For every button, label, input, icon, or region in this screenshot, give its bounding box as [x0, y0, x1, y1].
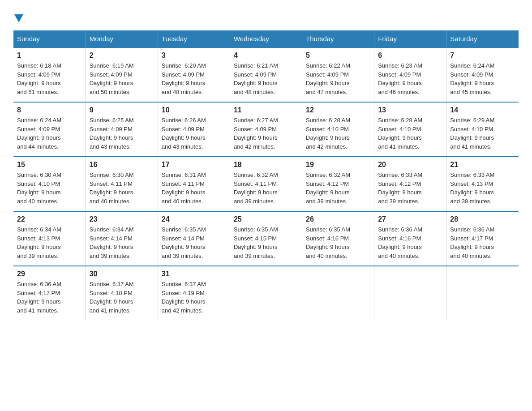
calendar-cell: [374, 266, 446, 320]
calendar-cell: 9 Sunrise: 6:25 AM Sunset: 4:09 PM Dayli…: [86, 102, 158, 157]
day-info: Sunrise: 6:36 AM Sunset: 4:16 PM Dayligh…: [378, 225, 442, 260]
calendar-table: SundayMondayTuesdayWednesdayThursdayFrid…: [13, 30, 519, 320]
calendar-cell: 23 Sunrise: 6:34 AM Sunset: 4:14 PM Dayl…: [86, 211, 158, 266]
day-number: 17: [162, 161, 226, 169]
calendar-cell: 2 Sunrise: 6:19 AM Sunset: 4:09 PM Dayli…: [86, 47, 158, 102]
day-number: 4: [234, 51, 298, 60]
day-number: 13: [378, 106, 442, 114]
day-info: Sunrise: 6:37 AM Sunset: 4:19 PM Dayligh…: [162, 280, 226, 315]
weekday-header-sunday: Sunday: [13, 30, 86, 47]
calendar-cell: [446, 266, 519, 320]
calendar-week-row: 1 Sunrise: 6:18 AM Sunset: 4:09 PM Dayli…: [13, 47, 519, 102]
weekday-header-tuesday: Tuesday: [158, 30, 230, 47]
day-number: 12: [306, 106, 370, 114]
day-info: Sunrise: 6:35 AM Sunset: 4:16 PM Dayligh…: [306, 225, 370, 260]
day-number: 6: [378, 51, 442, 60]
page-header: [13, 13, 519, 21]
day-number: 5: [306, 51, 370, 60]
day-number: 15: [17, 161, 82, 169]
calendar-cell: 13 Sunrise: 6:28 AM Sunset: 4:10 PM Dayl…: [374, 102, 446, 157]
day-number: 24: [162, 215, 226, 223]
day-info: Sunrise: 6:37 AM Sunset: 4:18 PM Dayligh…: [90, 280, 154, 315]
logo-arrow-icon: [14, 14, 23, 23]
day-number: 9: [90, 106, 154, 114]
day-info: Sunrise: 6:30 AM Sunset: 4:10 PM Dayligh…: [17, 171, 82, 206]
calendar-cell: 27 Sunrise: 6:36 AM Sunset: 4:16 PM Dayl…: [374, 211, 446, 266]
day-number: 3: [162, 51, 226, 60]
calendar-cell: 10 Sunrise: 6:26 AM Sunset: 4:09 PM Dayl…: [158, 102, 230, 157]
day-info: Sunrise: 6:24 AM Sunset: 4:09 PM Dayligh…: [17, 116, 82, 151]
calendar-cell: 28 Sunrise: 6:36 AM Sunset: 4:17 PM Dayl…: [446, 211, 519, 266]
calendar-cell: 4 Sunrise: 6:21 AM Sunset: 4:09 PM Dayli…: [230, 47, 302, 102]
day-number: 29: [17, 270, 82, 278]
day-number: 23: [90, 215, 154, 223]
calendar-cell: 16 Sunrise: 6:30 AM Sunset: 4:11 PM Dayl…: [86, 157, 158, 211]
day-number: 2: [90, 51, 154, 60]
calendar-cell: 31 Sunrise: 6:37 AM Sunset: 4:19 PM Dayl…: [158, 266, 230, 320]
calendar-cell: 29 Sunrise: 6:36 AM Sunset: 4:17 PM Dayl…: [13, 266, 86, 320]
day-info: Sunrise: 6:28 AM Sunset: 4:10 PM Dayligh…: [378, 116, 442, 151]
calendar-cell: 1 Sunrise: 6:18 AM Sunset: 4:09 PM Dayli…: [13, 47, 86, 102]
day-info: Sunrise: 6:21 AM Sunset: 4:09 PM Dayligh…: [234, 61, 298, 96]
calendar-week-row: 22 Sunrise: 6:34 AM Sunset: 4:13 PM Dayl…: [13, 211, 519, 266]
day-number: 31: [162, 270, 226, 278]
calendar-week-row: 15 Sunrise: 6:30 AM Sunset: 4:10 PM Dayl…: [13, 157, 519, 211]
day-info: Sunrise: 6:18 AM Sunset: 4:09 PM Dayligh…: [17, 61, 82, 96]
day-info: Sunrise: 6:27 AM Sunset: 4:09 PM Dayligh…: [234, 116, 298, 151]
calendar-cell: 25 Sunrise: 6:35 AM Sunset: 4:15 PM Dayl…: [230, 211, 302, 266]
weekday-header-monday: Monday: [86, 30, 158, 47]
day-info: Sunrise: 6:32 AM Sunset: 4:11 PM Dayligh…: [234, 171, 298, 206]
calendar-cell: 18 Sunrise: 6:32 AM Sunset: 4:11 PM Dayl…: [230, 157, 302, 211]
day-number: 10: [162, 106, 226, 114]
day-info: Sunrise: 6:31 AM Sunset: 4:11 PM Dayligh…: [162, 171, 226, 206]
calendar-week-row: 29 Sunrise: 6:36 AM Sunset: 4:17 PM Dayl…: [13, 266, 519, 320]
day-number: 8: [17, 106, 82, 114]
weekday-header-thursday: Thursday: [302, 30, 374, 47]
calendar-cell: 17 Sunrise: 6:31 AM Sunset: 4:11 PM Dayl…: [158, 157, 230, 211]
calendar-cell: 15 Sunrise: 6:30 AM Sunset: 4:10 PM Dayl…: [13, 157, 86, 211]
day-info: Sunrise: 6:28 AM Sunset: 4:10 PM Dayligh…: [306, 116, 370, 151]
day-info: Sunrise: 6:23 AM Sunset: 4:09 PM Dayligh…: [378, 61, 442, 96]
calendar-cell: 7 Sunrise: 6:24 AM Sunset: 4:09 PM Dayli…: [446, 47, 519, 102]
day-info: Sunrise: 6:30 AM Sunset: 4:11 PM Dayligh…: [90, 171, 154, 206]
calendar-cell: 26 Sunrise: 6:35 AM Sunset: 4:16 PM Dayl…: [302, 211, 374, 266]
calendar-cell: 6 Sunrise: 6:23 AM Sunset: 4:09 PM Dayli…: [374, 47, 446, 102]
day-number: 22: [17, 215, 82, 223]
day-info: Sunrise: 6:33 AM Sunset: 4:12 PM Dayligh…: [378, 171, 442, 206]
calendar-week-row: 8 Sunrise: 6:24 AM Sunset: 4:09 PM Dayli…: [13, 102, 519, 157]
day-number: 30: [90, 270, 154, 278]
day-info: Sunrise: 6:19 AM Sunset: 4:09 PM Dayligh…: [90, 61, 154, 96]
calendar-cell: 5 Sunrise: 6:22 AM Sunset: 4:09 PM Dayli…: [302, 47, 374, 102]
day-info: Sunrise: 6:24 AM Sunset: 4:09 PM Dayligh…: [450, 61, 515, 96]
day-number: 21: [450, 161, 515, 169]
day-info: Sunrise: 6:29 AM Sunset: 4:10 PM Dayligh…: [450, 116, 515, 151]
calendar-header-row: SundayMondayTuesdayWednesdayThursdayFrid…: [13, 30, 519, 47]
day-info: Sunrise: 6:34 AM Sunset: 4:14 PM Dayligh…: [90, 225, 154, 260]
day-number: 19: [306, 161, 370, 169]
weekday-header-wednesday: Wednesday: [230, 30, 302, 47]
day-info: Sunrise: 6:32 AM Sunset: 4:12 PM Dayligh…: [306, 171, 370, 206]
day-number: 26: [306, 215, 370, 223]
svg-marker-0: [14, 14, 23, 22]
day-info: Sunrise: 6:26 AM Sunset: 4:09 PM Dayligh…: [162, 116, 226, 151]
day-number: 25: [234, 215, 298, 223]
weekday-header-saturday: Saturday: [446, 30, 519, 47]
day-number: 28: [450, 215, 515, 223]
day-info: Sunrise: 6:33 AM Sunset: 4:13 PM Dayligh…: [450, 171, 515, 206]
day-info: Sunrise: 6:34 AM Sunset: 4:13 PM Dayligh…: [17, 225, 82, 260]
day-info: Sunrise: 6:36 AM Sunset: 4:17 PM Dayligh…: [450, 225, 515, 260]
day-info: Sunrise: 6:36 AM Sunset: 4:17 PM Dayligh…: [17, 280, 82, 315]
day-number: 20: [378, 161, 442, 169]
calendar-cell: 12 Sunrise: 6:28 AM Sunset: 4:10 PM Dayl…: [302, 102, 374, 157]
calendar-cell: 8 Sunrise: 6:24 AM Sunset: 4:09 PM Dayli…: [13, 102, 86, 157]
day-number: 18: [234, 161, 298, 169]
day-info: Sunrise: 6:25 AM Sunset: 4:09 PM Dayligh…: [90, 116, 154, 151]
calendar-cell: 30 Sunrise: 6:37 AM Sunset: 4:18 PM Dayl…: [86, 266, 158, 320]
calendar-cell: [302, 266, 374, 320]
calendar-cell: [230, 266, 302, 320]
logo: [13, 13, 23, 21]
calendar-cell: 20 Sunrise: 6:33 AM Sunset: 4:12 PM Dayl…: [374, 157, 446, 211]
calendar-cell: 24 Sunrise: 6:35 AM Sunset: 4:14 PM Dayl…: [158, 211, 230, 266]
calendar-cell: 14 Sunrise: 6:29 AM Sunset: 4:10 PM Dayl…: [446, 102, 519, 157]
day-number: 11: [234, 106, 298, 114]
